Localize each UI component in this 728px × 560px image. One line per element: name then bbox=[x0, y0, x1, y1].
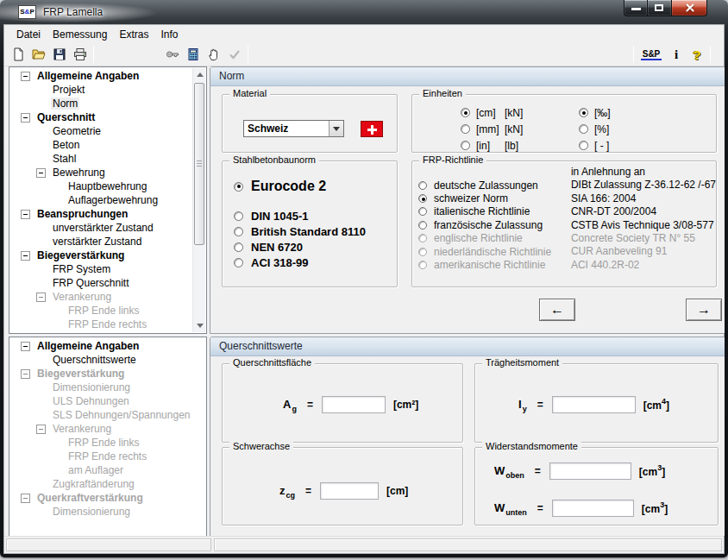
tree-item[interactable]: Biegeverstärkung bbox=[10, 249, 192, 262]
tree-item[interactable]: Biegeverstärkung bbox=[10, 367, 205, 381]
expander-minus-icon[interactable] bbox=[21, 494, 30, 503]
calculator-button[interactable] bbox=[183, 45, 204, 64]
radio-option[interactable]: italienische Richtlinie bbox=[418, 205, 571, 218]
wunten-input[interactable] bbox=[552, 500, 634, 517]
woben-input[interactable] bbox=[549, 462, 631, 480]
tree-item[interactable]: Projekt bbox=[10, 83, 192, 97]
tree-item[interactable]: FRP Ende links bbox=[10, 436, 205, 450]
radio-option[interactable]: deutsche Zulassungen bbox=[418, 179, 571, 192]
combo-dropdown-button[interactable] bbox=[329, 121, 343, 136]
tree-item[interactable]: SLS Dehnungen/Spannungen bbox=[10, 408, 205, 422]
radio-button-icon[interactable] bbox=[418, 221, 427, 230]
tree-item[interactable]: Querkraftverstärkung bbox=[10, 491, 205, 505]
radio-option[interactable]: NEN 6720 bbox=[234, 239, 397, 255]
tree-item[interactable]: Zugkraftänderung bbox=[10, 477, 205, 491]
tree-item[interactable]: verstärkter Zustand bbox=[10, 235, 192, 249]
radio-button-icon[interactable] bbox=[418, 194, 427, 203]
scroll-down-button[interactable] bbox=[193, 319, 206, 332]
expander-minus-icon[interactable] bbox=[21, 113, 30, 123]
menu-item-datei[interactable]: Datei bbox=[10, 27, 47, 42]
print-button[interactable] bbox=[70, 45, 91, 64]
help-button[interactable]: ? bbox=[687, 45, 707, 64]
back-button[interactable]: ← bbox=[539, 299, 575, 321]
tree-item[interactable]: Querschnitt bbox=[10, 110, 192, 124]
radio-option[interactable]: DIN 1045-1 bbox=[234, 208, 397, 223]
radio-button-icon[interactable] bbox=[234, 182, 243, 192]
minimize-button[interactable] bbox=[624, 0, 648, 16]
radio-button-icon[interactable] bbox=[234, 258, 243, 267]
maximize-button[interactable] bbox=[648, 0, 671, 16]
open-file-button[interactable] bbox=[28, 45, 49, 64]
expander-minus-icon[interactable] bbox=[21, 251, 30, 261]
tree-item[interactable]: Stahl bbox=[10, 152, 192, 166]
zcg-input[interactable] bbox=[320, 482, 379, 500]
tree-item[interactable]: Allgemeine Angaben bbox=[10, 69, 192, 83]
radio-button-icon[interactable] bbox=[418, 181, 427, 190]
unit-strain-radio[interactable] bbox=[579, 108, 588, 117]
unit-strain-radio[interactable] bbox=[579, 124, 588, 134]
expander-minus-icon[interactable] bbox=[21, 369, 30, 379]
close-button[interactable] bbox=[671, 0, 707, 16]
expander-minus-icon[interactable] bbox=[21, 210, 30, 219]
new-document-button[interactable] bbox=[8, 45, 28, 64]
tree-item[interactable]: Allgemeine Angaben bbox=[10, 339, 205, 353]
menu-item-bemessung[interactable]: Bemessung bbox=[47, 27, 113, 42]
license-key-button[interactable] bbox=[162, 45, 183, 64]
expander-minus-icon[interactable] bbox=[21, 342, 30, 351]
expander-minus-icon[interactable] bbox=[36, 168, 46, 178]
iy-input[interactable] bbox=[552, 396, 636, 413]
menu-item-info[interactable]: Info bbox=[154, 27, 184, 42]
expander-minus-icon[interactable] bbox=[21, 72, 30, 81]
tree-item[interactable]: FRP System bbox=[10, 262, 192, 276]
expander-minus-icon[interactable] bbox=[36, 425, 46, 434]
tree-item[interactable]: FRP Ende links bbox=[10, 304, 192, 318]
widerstandsmomente-groupbox: Widerstandsmomente Woben = [cm3] Wunten … bbox=[474, 447, 719, 525]
tree-item[interactable]: Auflagerbewehrung bbox=[10, 193, 192, 207]
radio-button-icon[interactable] bbox=[234, 242, 243, 252]
tree-item[interactable]: Bewehrung bbox=[10, 166, 192, 179]
menu-item-extras[interactable]: Extras bbox=[113, 27, 154, 42]
unit-dimension-radio[interactable] bbox=[461, 108, 470, 117]
tree-item[interactable]: Querschnittswerte bbox=[10, 353, 205, 367]
sp-logo-button[interactable]: S&P bbox=[637, 45, 666, 64]
tree-item[interactable]: Hauptbewehrung bbox=[10, 179, 192, 193]
tree-item[interactable]: Beanspruchungen bbox=[10, 207, 192, 221]
tree-item[interactable]: Dimensionierung bbox=[10, 381, 205, 394]
tree-item[interactable]: Dimensionierung bbox=[10, 505, 205, 519]
radio-option[interactable]: Eurocode 2 bbox=[234, 176, 397, 197]
tree-item[interactable]: Norm bbox=[10, 97, 192, 110]
radio-button-icon[interactable] bbox=[418, 207, 427, 216]
radio-option[interactable]: schweizer Norm bbox=[418, 192, 571, 204]
tree-scrollbar[interactable] bbox=[192, 68, 205, 332]
expander-minus-icon[interactable] bbox=[36, 293, 46, 302]
unit-dimension-radio[interactable] bbox=[461, 124, 470, 134]
scrollbar-thumb[interactable] bbox=[194, 83, 204, 245]
info-button[interactable]: i bbox=[666, 45, 687, 64]
tree-item[interactable]: Verankerung bbox=[10, 290, 192, 304]
tree-item[interactable]: FRP Querschnitt bbox=[10, 276, 192, 290]
tree-item[interactable]: ULS Dehnungen bbox=[10, 394, 205, 408]
tree-item[interactable]: FRP Ende rechts bbox=[10, 318, 192, 331]
material-select[interactable]: Schweiz bbox=[243, 120, 344, 137]
ag-input[interactable] bbox=[322, 396, 386, 413]
tree-item[interactable]: unverstärkter Zustand bbox=[10, 221, 192, 235]
radio-option[interactable]: französische Zulassung bbox=[418, 218, 571, 231]
unit-dimension-radio[interactable] bbox=[461, 141, 470, 150]
tree-item[interactable]: FRP Ende rechts bbox=[10, 450, 205, 463]
app-window: S&P FRP Lamella Datei Bemessung Extras I… bbox=[0, 0, 728, 557]
pan-hand-button[interactable] bbox=[204, 45, 224, 64]
scroll-up-button[interactable] bbox=[193, 68, 206, 81]
forward-button[interactable]: → bbox=[686, 299, 722, 321]
tree-item[interactable]: Verankerung bbox=[10, 422, 205, 436]
unit-strain-radio[interactable] bbox=[579, 141, 588, 150]
titlebar[interactable]: S&P FRP Lamella bbox=[0, 0, 728, 24]
radio-option[interactable]: ACI 318-99 bbox=[234, 255, 397, 270]
radio-option[interactable]: British Standard 8110 bbox=[234, 223, 397, 239]
confirm-button[interactable] bbox=[224, 45, 245, 64]
tree-item[interactable]: Geometrie bbox=[10, 124, 192, 138]
radio-button-icon[interactable] bbox=[234, 227, 243, 236]
tree-item[interactable]: am Auflager bbox=[10, 463, 205, 477]
radio-button-icon[interactable] bbox=[234, 211, 243, 221]
save-button[interactable] bbox=[49, 45, 70, 64]
tree-item[interactable]: Beton bbox=[10, 138, 192, 152]
